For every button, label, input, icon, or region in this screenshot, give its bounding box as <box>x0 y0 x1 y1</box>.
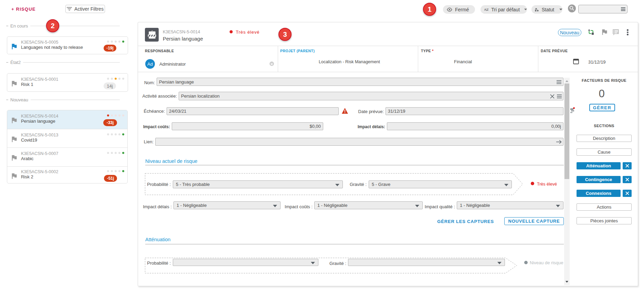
svg-text:A: A <box>484 8 486 11</box>
svg-text:Z: Z <box>487 8 488 11</box>
